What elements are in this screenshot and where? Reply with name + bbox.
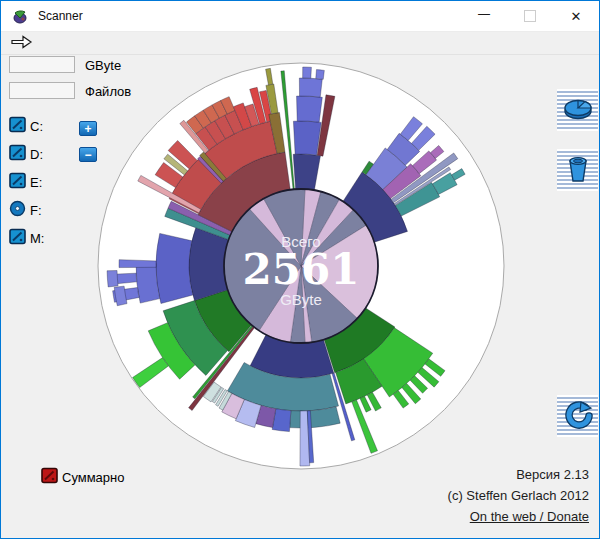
drive-label: M: bbox=[30, 231, 44, 246]
drive-label: F: bbox=[30, 203, 42, 218]
minus-icon: − bbox=[84, 148, 91, 162]
plus-icon: + bbox=[84, 122, 91, 136]
size-unit-label: GByte bbox=[85, 58, 121, 73]
drive-item-f[interactable]: F: bbox=[9, 200, 42, 221]
sunburst-chart[interactable]: Всего 2561 GByte bbox=[1, 1, 600, 510]
chart-unit-label: GByte bbox=[280, 291, 322, 308]
copyright-text: (c) Steffen Gerlach 2012 bbox=[448, 485, 589, 506]
summary-item[interactable]: Суммарно bbox=[41, 467, 125, 488]
chart-total-value: 2561 bbox=[243, 245, 360, 294]
hdd-icon bbox=[9, 116, 26, 137]
drive-item-m[interactable]: M: bbox=[9, 228, 44, 249]
hdd-icon bbox=[9, 172, 26, 193]
zoom-in-button[interactable]: + bbox=[79, 121, 97, 136]
pie-chart-icon bbox=[562, 96, 594, 125]
web-donate-link[interactable]: On the web / Donate bbox=[470, 509, 589, 524]
version-text: Версия 2.13 bbox=[448, 464, 589, 485]
drive-label: C: bbox=[30, 119, 43, 134]
files-label: Файлов bbox=[85, 84, 131, 99]
pie-chart-button[interactable] bbox=[557, 89, 598, 131]
drive-item-c[interactable]: C: bbox=[9, 116, 43, 137]
cd-icon bbox=[9, 200, 26, 221]
files-count-field[interactable] bbox=[9, 82, 75, 99]
red-hdd-icon bbox=[41, 467, 58, 488]
drive-label: E: bbox=[30, 175, 42, 190]
hdd-icon bbox=[9, 144, 26, 165]
drive-item-d[interactable]: D: bbox=[9, 144, 43, 165]
hdd-icon bbox=[9, 228, 26, 249]
recycle-bin-icon bbox=[564, 154, 592, 187]
drive-item-e[interactable]: E: bbox=[9, 172, 42, 193]
recycle-bin-button[interactable] bbox=[557, 149, 598, 191]
refresh-icon bbox=[563, 400, 593, 433]
zoom-out-button[interactable]: − bbox=[79, 147, 97, 162]
scanner-window: Scanner — ✕ Всего 2561 GByte GByte Файло… bbox=[0, 0, 600, 539]
refresh-button[interactable] bbox=[557, 395, 598, 437]
size-value-field[interactable] bbox=[9, 56, 75, 73]
about-block: Версия 2.13 (c) Steffen Gerlach 2012 On … bbox=[448, 464, 589, 527]
summary-label: Суммарно bbox=[62, 470, 125, 485]
drive-label: D: bbox=[30, 147, 43, 162]
